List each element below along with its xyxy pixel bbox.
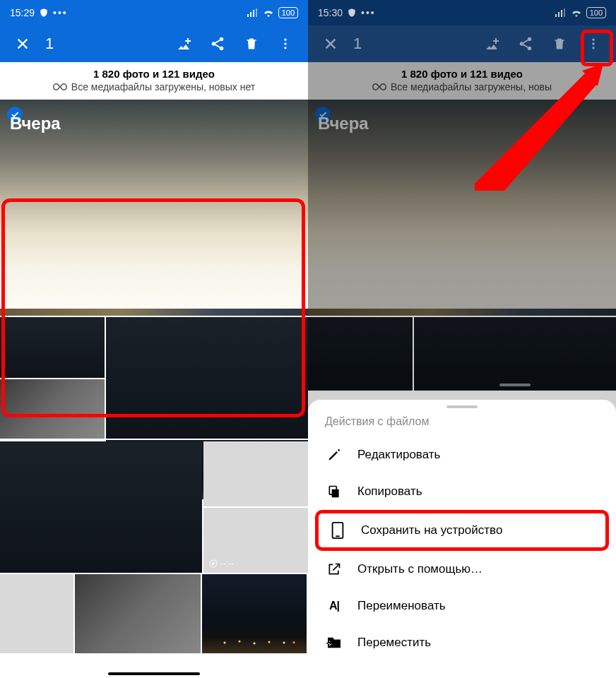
info-strip: 1 820 фото и 121 видео Все медиафайлы за… bbox=[0, 62, 308, 100]
add-image-icon bbox=[175, 35, 192, 52]
thumbnail[interactable] bbox=[203, 441, 308, 506]
battery-indicator: 100 bbox=[586, 7, 606, 18]
thumbnail[interactable] bbox=[414, 317, 616, 391]
sheet-title: Действия с файлом bbox=[308, 415, 616, 436]
svg-rect-0 bbox=[247, 14, 249, 17]
move-icon bbox=[325, 636, 343, 649]
svg-rect-11 bbox=[555, 14, 557, 17]
svg-point-7 bbox=[284, 39, 286, 41]
info-strip: 1 820 фото и 121 видео Все медиафайлы за… bbox=[308, 62, 616, 100]
thumbnail[interactable] bbox=[202, 574, 307, 653]
thumbnail-video[interactable]: --:-- bbox=[203, 508, 308, 573]
svg-point-15 bbox=[528, 37, 532, 42]
selection-toolbar: 1 bbox=[308, 25, 616, 62]
shield-icon bbox=[347, 8, 357, 18]
open-external-icon bbox=[325, 562, 343, 576]
delete-button[interactable] bbox=[544, 28, 575, 59]
svg-rect-14 bbox=[564, 8, 565, 17]
phone-right: 15:30 ••• 100 1 bbox=[308, 0, 616, 678]
action-label: Переименовать bbox=[357, 599, 446, 613]
status-bar: 15:29 ••• 100 bbox=[0, 0, 308, 25]
close-button[interactable] bbox=[7, 28, 38, 59]
svg-point-4 bbox=[220, 37, 224, 42]
kebab-icon bbox=[278, 37, 292, 51]
gallery: Вчера --:-- bbox=[0, 100, 308, 653]
svg-point-5 bbox=[212, 42, 216, 46]
sync-status: Все медиафайлы загружены, новых нет bbox=[0, 81, 308, 93]
svg-rect-3 bbox=[256, 8, 257, 17]
signal-icon bbox=[555, 8, 567, 17]
sheet-drag-handle[interactable] bbox=[499, 383, 531, 386]
more-dots-icon: ••• bbox=[53, 7, 68, 18]
phone-left: 15:29 ••• 100 1 1 820 фото и 121 видео bbox=[0, 0, 308, 678]
svg-rect-1 bbox=[250, 12, 251, 17]
add-to-album-button[interactable] bbox=[476, 28, 507, 59]
annotation-frame-kebab bbox=[581, 30, 613, 66]
svg-rect-2 bbox=[253, 10, 254, 17]
more-dots-icon: ••• bbox=[361, 7, 376, 18]
svg-point-9 bbox=[284, 47, 286, 49]
pencil-icon bbox=[325, 448, 343, 462]
action-label: Редактировать bbox=[357, 448, 440, 462]
share-button[interactable] bbox=[510, 28, 541, 59]
infinity-icon bbox=[372, 83, 386, 91]
rename-icon: A| bbox=[325, 600, 343, 612]
device-icon bbox=[328, 522, 347, 539]
selection-count: 1 bbox=[45, 35, 165, 53]
action-save-to-device[interactable]: Сохранить на устройство bbox=[315, 510, 609, 551]
svg-point-6 bbox=[220, 47, 224, 51]
close-button[interactable] bbox=[315, 28, 346, 59]
shield-icon bbox=[39, 8, 49, 18]
svg-point-8 bbox=[284, 42, 286, 44]
actions-sheet: Действия с файлом Редактировать Копирова… bbox=[308, 400, 616, 678]
delete-button[interactable] bbox=[236, 28, 267, 59]
media-count-text: 1 820 фото и 121 видео bbox=[308, 68, 616, 80]
svg-rect-13 bbox=[561, 10, 562, 17]
action-label: Копировать bbox=[357, 484, 422, 499]
thumbnail[interactable] bbox=[0, 317, 105, 378]
thumbnail[interactable] bbox=[308, 317, 413, 391]
sync-status: Все медиафайлы загружены, новы bbox=[308, 81, 616, 93]
svg-point-16 bbox=[520, 42, 524, 46]
action-move[interactable]: Переместить bbox=[308, 624, 616, 661]
action-rename[interactable]: A| Переименовать bbox=[308, 588, 616, 624]
selection-toolbar: 1 bbox=[0, 25, 308, 62]
hero-photo[interactable]: Вчера bbox=[308, 100, 616, 316]
svg-rect-23 bbox=[332, 489, 339, 498]
add-to-album-button[interactable] bbox=[168, 28, 199, 59]
thumbnail[interactable] bbox=[0, 441, 202, 573]
thumbnail[interactable] bbox=[106, 317, 308, 439]
wifi-icon bbox=[263, 8, 274, 17]
svg-rect-12 bbox=[558, 12, 559, 17]
wifi-icon bbox=[571, 8, 582, 17]
home-indicator bbox=[108, 672, 200, 675]
close-icon bbox=[15, 36, 30, 52]
more-menu-button[interactable] bbox=[270, 28, 301, 59]
status-time: 15:29 bbox=[10, 7, 35, 18]
hero-date-label: Вчера bbox=[10, 114, 61, 133]
status-bar: 15:30 ••• 100 bbox=[308, 0, 616, 25]
share-icon bbox=[518, 36, 533, 52]
thumbnail[interactable] bbox=[75, 574, 201, 653]
thumbnail[interactable] bbox=[0, 379, 105, 439]
action-label: Переместить bbox=[357, 636, 431, 650]
trash-icon bbox=[552, 36, 567, 52]
close-icon bbox=[323, 36, 338, 52]
sheet-drag-handle[interactable] bbox=[446, 405, 478, 408]
action-label: Открыть с помощью… bbox=[357, 562, 482, 576]
action-copy[interactable]: Копировать bbox=[308, 473, 616, 510]
thumbnail[interactable] bbox=[0, 574, 73, 653]
action-edit[interactable]: Редактировать bbox=[308, 436, 616, 473]
share-icon bbox=[210, 36, 225, 52]
status-time: 15:30 bbox=[318, 7, 343, 18]
share-button[interactable] bbox=[202, 28, 233, 59]
hero-photo[interactable]: Вчера bbox=[0, 100, 308, 316]
play-icon bbox=[209, 559, 218, 568]
infinity-icon bbox=[53, 83, 67, 91]
gallery: Вчера bbox=[308, 100, 616, 391]
copy-icon bbox=[325, 484, 343, 499]
signal-icon bbox=[247, 8, 259, 17]
trash-icon bbox=[244, 36, 259, 52]
video-duration: --:-- bbox=[209, 559, 234, 569]
action-open-with[interactable]: Открыть с помощью… bbox=[308, 551, 616, 588]
